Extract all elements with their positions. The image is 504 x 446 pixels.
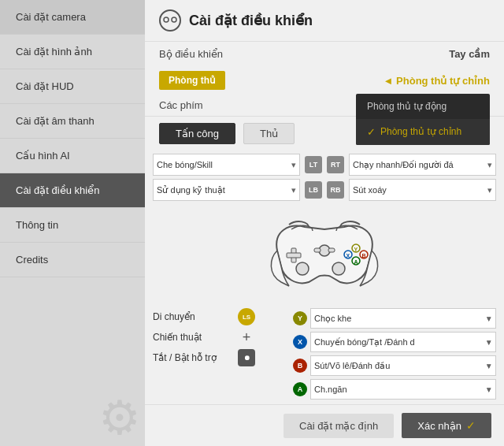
phong-thu-row: Phòng thủ ◄ Phòng thủ tự chỉnh Phòng thủ… (145, 66, 504, 95)
ch-ngan-select[interactable]: Ch.ngăn ▾ (310, 379, 496, 400)
bat-tat-label: Tắt / Bật hỗ trợ (153, 352, 232, 363)
sidebar-item-thong-tin[interactable]: Thông tin (0, 208, 145, 243)
controller-icon (159, 9, 181, 32)
main-footer: Cài đặt mặc định Xác nhận ✓ (145, 404, 504, 446)
right-bottom-controls: Y Chọc khe ▾ X Chuyển bóng/Tạt /Đánh d ▾… (293, 308, 496, 400)
chuyen-bong-label: Chuyển bóng/Tạt /Đánh d (311, 337, 495, 348)
controller-type-row: Bộ điều khiển Tay cầm (145, 42, 504, 66)
cac-phim-label: Các phím (159, 99, 203, 111)
svg-text:X: X (346, 253, 350, 258)
controller-type-value: Tay cầm (449, 48, 490, 60)
confirm-button-label: Xác nhận (417, 420, 461, 432)
right-select-2-wrap: Sút xoáy (349, 179, 496, 201)
left-select-1[interactable]: Che bóng/Skill (153, 154, 300, 176)
sidebar-item-label: Cài đặt điều khiển (16, 184, 99, 196)
sidebar-item-am-thanh[interactable]: Cài đặt âm thanh (0, 104, 145, 139)
right-bottom-row-b: B Sút/Võ lê/Đánh đầu ▾ (293, 355, 496, 376)
lb-badge: LB (305, 181, 322, 199)
rb-badge: RB (327, 181, 344, 199)
main-content: Cài đặt điều khiển Bộ điều khiển Tay cầm… (145, 0, 504, 446)
sidebar-item-label: Thông tin (16, 219, 58, 231)
ch-ngan-label: Ch.ngăn (311, 385, 495, 394)
phong-thu-tab[interactable]: Phòng thủ (159, 71, 225, 90)
sidebar-item-camera[interactable]: Cài đặt camera (0, 0, 145, 35)
sidebar-item-label: Cài đặt camera (16, 11, 86, 23)
sidebar-item-label: Cài đặt âm thanh (16, 115, 94, 127)
phong-thu-right: ◄ Phòng thủ tự chỉnh Phòng thủ tự động ✓… (384, 75, 490, 87)
page-title: Cài đặt điều khiển (189, 12, 313, 29)
sut-label: Sút/Võ lê/Đánh đầu (311, 361, 495, 371)
left-select-1-wrap: Che bóng/Skill (153, 154, 300, 176)
y-button-badge: Y (293, 311, 307, 325)
chien-thuat-label: Chiến thuật (153, 332, 232, 343)
svg-rect-4 (287, 253, 301, 258)
sidebar-item-cau-hinh-ai[interactable]: Cấu hình AI (0, 139, 145, 173)
right-select-1[interactable]: Chạy nhanh/Đổi người đá (349, 154, 496, 176)
record-icon: ⏺ (238, 349, 255, 366)
svg-point-6 (332, 262, 345, 275)
bottom-row-bat-tat: Tắt / Bật hỗ trợ ⏺ (153, 349, 287, 366)
bottom-row-chien-thuat: Chiến thuật + (153, 329, 287, 346)
sidebar-item-label: Cài đặt hình ảnh (16, 46, 92, 58)
control-row-2: Sử dụng kỹ thuật LB RB Sút xoáy (153, 179, 496, 201)
preset-dropdown: Phòng thủ tự động ✓ Phòng thủ tự chỉnh (356, 94, 490, 145)
lt-badge: LT (305, 156, 322, 173)
left-select-2[interactable]: Sử dụng kỹ thuật (153, 179, 300, 201)
ls-badge: LS (238, 308, 255, 325)
phong-thu-selected[interactable]: ◄ Phòng thủ tự chỉnh (384, 75, 490, 87)
sut-select[interactable]: Sút/Võ lê/Đánh đầu ▾ (310, 355, 496, 376)
a-button-badge: A (293, 382, 307, 396)
tab-thu[interactable]: Thủ (243, 123, 295, 144)
svg-point-2 (172, 17, 176, 22)
choc-khe-label: Chọc khe (311, 314, 495, 324)
right-select-1-wrap: Chạy nhanh/Đổi người đá (349, 154, 496, 176)
right-bottom-row-y: Y Chọc khe ▾ (293, 308, 496, 329)
dropdown-item-tu-chinh[interactable]: ✓ Phòng thủ tự chỉnh (356, 119, 490, 145)
right-bottom-row-x: X Chuyển bóng/Tạt /Đánh d ▾ (293, 332, 496, 352)
sidebar-item-label: Cài đặt HUD (16, 80, 74, 92)
sidebar-item-dieu-khien[interactable]: Cài đặt điều khiển (0, 173, 145, 208)
right-bottom-row-a: A Ch.ngăn ▾ (293, 379, 496, 400)
choc-khe-select[interactable]: Chọc khe ▾ (310, 308, 496, 329)
rt-badge: RT (327, 156, 344, 173)
sidebar-item-hinh-anh[interactable]: Cài đặt hình ảnh (0, 35, 145, 69)
main-header: Cài đặt điều khiển (145, 0, 504, 42)
phong-thu-selected-label: ◄ Phòng thủ tự chỉnh (384, 75, 490, 87)
svg-rect-8 (314, 248, 321, 252)
plus-icon: + (238, 329, 255, 346)
left-select-2-wrap: Sử dụng kỹ thuật (153, 179, 300, 201)
reset-default-button[interactable]: Cài đặt mặc định (284, 414, 394, 438)
confirm-button[interactable]: Xác nhận ✓ (402, 413, 491, 438)
di-chuyen-label: Di chuyển (153, 311, 232, 322)
svg-rect-9 (328, 248, 335, 252)
sidebar-item-hud[interactable]: Cài đặt HUD (0, 69, 145, 104)
bottom-row-di-chuyen: Di chuyển LS (153, 308, 287, 325)
tab-tan-cong[interactable]: Tấn công (159, 123, 235, 144)
chuyen-bong-select[interactable]: Chuyển bóng/Tạt /Đánh d ▾ (310, 332, 496, 352)
x-button-badge: X (293, 335, 307, 349)
b-button-badge: B (293, 359, 307, 373)
controller-image-area: Y B X A (153, 204, 496, 305)
svg-text:Y: Y (354, 247, 358, 252)
sidebar-item-credits[interactable]: Credits (0, 243, 145, 277)
sidebar: Cài đặt camera Cài đặt hình ảnh Cài đặt … (0, 0, 145, 446)
svg-text:A: A (354, 259, 358, 265)
right-select-2[interactable]: Sút xoáy (349, 179, 496, 201)
controller-type-label: Bộ điều khiển (159, 48, 223, 60)
sidebar-item-label: Cấu hình AI (16, 150, 70, 162)
svg-point-5 (296, 262, 309, 275)
svg-point-1 (164, 17, 169, 22)
confirm-check-icon: ✓ (466, 419, 476, 432)
check-icon: ✓ (367, 126, 376, 138)
dropdown-item-tu-dong[interactable]: Phòng thủ tự động (356, 94, 490, 119)
svg-point-0 (160, 10, 180, 31)
gear-watermark-icon: ⚙ (98, 395, 141, 442)
svg-text:B: B (362, 253, 366, 258)
dropdown-item-label: Phòng thủ tự động (367, 101, 447, 112)
dropdown-item-label: Phòng thủ tự chỉnh (380, 126, 461, 137)
control-row-1: Che bóng/Skill LT RT Chạy nhanh/Đổi ngườ… (153, 154, 496, 176)
controller-svg: Y B X A (246, 207, 403, 302)
sidebar-item-label: Credits (16, 254, 48, 266)
